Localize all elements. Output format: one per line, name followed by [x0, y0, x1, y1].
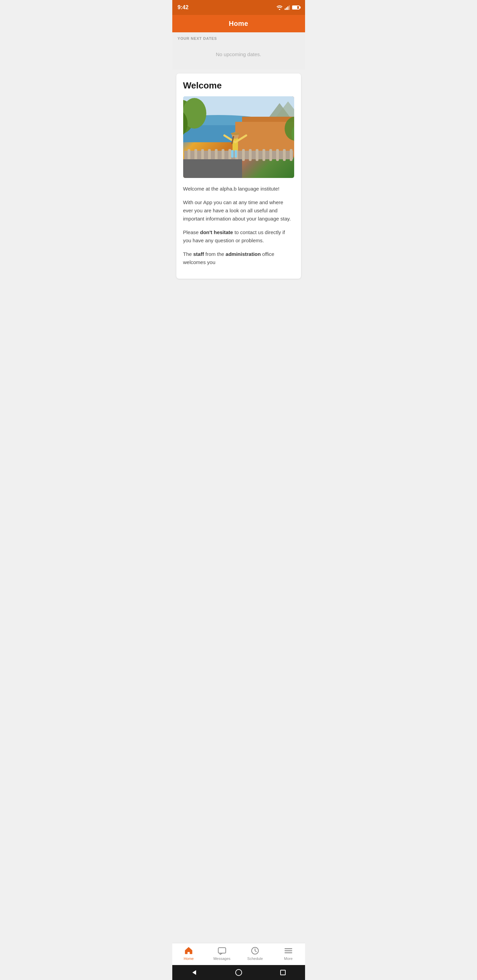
svg-point-0	[279, 9, 280, 10]
welcome-image	[183, 96, 294, 178]
status-icons	[276, 5, 300, 10]
svg-rect-36	[235, 150, 237, 158]
app-header-title: Home	[229, 20, 248, 27]
svg-rect-23	[242, 149, 245, 161]
android-nav-bar	[172, 965, 305, 980]
welcome-title: Welcome	[183, 80, 294, 91]
paragraph4-bold2: administration	[226, 251, 261, 257]
svg-rect-31	[183, 159, 242, 178]
svg-rect-28	[276, 149, 279, 161]
svg-point-38	[231, 132, 240, 135]
svg-rect-27	[269, 149, 272, 161]
welcome-paragraph-1: Welcome at the alpha.b language institut…	[183, 185, 294, 193]
nav-label-schedule: Schedule	[247, 956, 263, 961]
android-home-button[interactable]	[235, 969, 243, 977]
next-dates-section: YOUR NEXT DATES No upcoming dates.	[172, 32, 305, 69]
welcome-paragraph-4: The staff from the administration office…	[183, 250, 294, 266]
svg-rect-30	[290, 149, 292, 161]
nav-item-messages[interactable]: Messages	[205, 945, 239, 962]
svg-rect-20	[222, 149, 224, 161]
svg-rect-19	[215, 149, 217, 161]
paragraph4-middle: from the	[204, 251, 225, 257]
more-icon	[284, 946, 293, 955]
content-area: Welcome	[172, 69, 305, 943]
svg-rect-43	[218, 948, 226, 953]
android-back-button[interactable]	[190, 969, 198, 977]
home-icon	[184, 946, 193, 955]
app-header: Home	[172, 15, 305, 32]
svg-rect-25	[256, 149, 258, 161]
svg-rect-35	[231, 150, 234, 158]
welcome-paragraph-3: Please don't hesitate to contact us dire…	[183, 228, 294, 245]
paragraph4-prefix: The	[183, 251, 193, 257]
paragraph3-bold: don't hesitate	[200, 229, 233, 235]
nav-item-home[interactable]: Home	[172, 945, 206, 962]
svg-rect-3	[287, 6, 289, 10]
status-bar: 9:42	[172, 0, 305, 15]
bottom-nav: Home Messages Schedule	[172, 943, 305, 965]
welcome-card: Welcome	[176, 73, 301, 279]
nav-label-more: More	[284, 956, 292, 961]
nav-label-messages: Messages	[214, 956, 230, 961]
messages-icon	[217, 946, 227, 955]
no-dates-text: No upcoming dates.	[178, 46, 300, 65]
nav-label-home: Home	[184, 956, 194, 961]
welcome-paragraph-2: With our App you can at any time and whe…	[183, 198, 294, 223]
battery-icon	[292, 5, 300, 10]
svg-rect-15	[188, 149, 190, 161]
svg-rect-21	[228, 149, 231, 161]
android-recent-button[interactable]	[279, 969, 287, 977]
svg-rect-17	[201, 149, 204, 161]
paragraph3-prefix: Please	[183, 229, 200, 235]
paragraph4-bold1: staff	[193, 251, 204, 257]
wifi-icon	[276, 5, 282, 10]
next-dates-label: YOUR NEXT DATES	[178, 37, 300, 40]
nav-item-schedule[interactable]: Schedule	[239, 945, 272, 962]
svg-rect-4	[289, 5, 290, 10]
svg-rect-29	[283, 149, 286, 161]
nav-item-more[interactable]: More	[272, 945, 305, 962]
svg-rect-16	[195, 149, 197, 161]
svg-rect-26	[263, 149, 265, 161]
svg-rect-2	[286, 8, 287, 10]
signal-icon	[285, 5, 290, 10]
svg-rect-1	[285, 8, 286, 10]
status-time: 9:42	[178, 5, 188, 11]
schedule-icon	[250, 946, 260, 955]
svg-rect-18	[208, 149, 211, 161]
svg-rect-24	[249, 149, 252, 161]
